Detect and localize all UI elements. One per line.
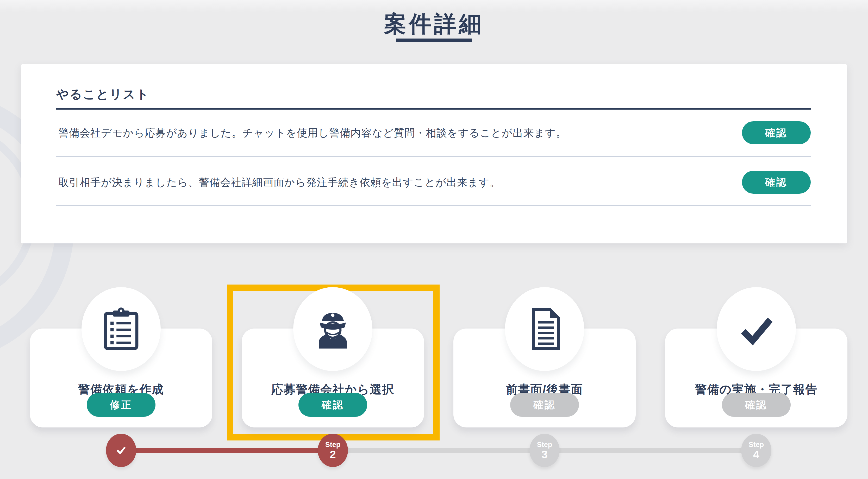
progress-node-upcoming: Step 4 bbox=[741, 434, 771, 467]
document-icon bbox=[521, 306, 568, 352]
todo-item-text: 警備会社デモから応募がありました。チャットを使用し警備内容など質問・相談をするこ… bbox=[56, 126, 566, 140]
todo-item-row: 警備会社デモから応募がありました。チャットを使用し警備内容など質問・相談をするこ… bbox=[56, 120, 811, 146]
todo-row-divider bbox=[56, 156, 811, 157]
confirm-button-disabled: 確認 bbox=[510, 393, 579, 417]
step-label: Step bbox=[537, 441, 552, 449]
page-title: 案件詳細 bbox=[0, 9, 868, 39]
progress-track-completed bbox=[121, 448, 333, 453]
todo-list-card: やることリスト 警備会社デモから応募がありました。チャットを使用し警備内容など質… bbox=[21, 64, 847, 244]
step-icon-circle bbox=[717, 287, 796, 371]
clipboard-icon bbox=[98, 306, 144, 352]
step-icon-circle bbox=[505, 287, 584, 371]
case-detail-page: 案件詳細 やることリスト 警備会社デモから応募がありました。チャットを使用し警備… bbox=[0, 0, 868, 479]
step-label: Step bbox=[325, 441, 341, 449]
todo-list-heading: やることリスト bbox=[56, 86, 150, 102]
step-label: Step bbox=[749, 441, 764, 449]
confirm-button-disabled: 確認 bbox=[722, 393, 790, 417]
step-number: 4 bbox=[753, 449, 759, 460]
confirm-button[interactable]: 確認 bbox=[299, 393, 367, 417]
todo-item-text: 取引相手が決まりましたら、警備会社詳細画面から発注手続き依頼を出すことが出来ます… bbox=[56, 175, 500, 190]
edit-button[interactable]: 修正 bbox=[87, 393, 155, 417]
confirm-button[interactable]: 確認 bbox=[742, 121, 811, 144]
check-icon bbox=[733, 306, 779, 352]
step-number: 2 bbox=[330, 449, 336, 460]
confirm-button[interactable]: 確認 bbox=[742, 171, 811, 194]
step-icon-circle bbox=[293, 287, 372, 371]
todo-item-row: 取引相手が決まりましたら、警備会社詳細画面から発注手続き依頼を出すことが出来ます… bbox=[56, 169, 811, 195]
check-circle-icon bbox=[113, 443, 129, 458]
step-icon-circle bbox=[82, 287, 161, 371]
progress-node-upcoming: Step 3 bbox=[529, 434, 560, 467]
todo-row-divider bbox=[56, 205, 811, 206]
step-number: 3 bbox=[541, 449, 548, 460]
security-guard-icon bbox=[310, 306, 356, 352]
todo-heading-rule bbox=[56, 108, 811, 109]
page-title-underline bbox=[396, 38, 472, 42]
progress-node-done bbox=[106, 434, 136, 467]
progress-node-current: Step 2 bbox=[318, 434, 348, 467]
